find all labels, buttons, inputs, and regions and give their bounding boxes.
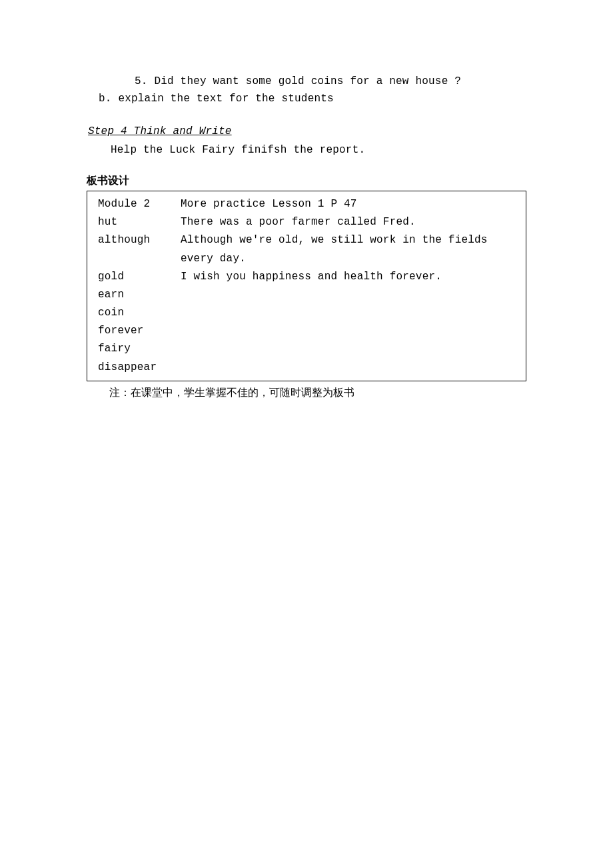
board-word: although <box>94 231 181 267</box>
board-row: although Although we're old, we still wo… <box>94 231 519 267</box>
board-word: earn <box>94 286 181 304</box>
line-b: b. explain the text for the students <box>99 91 526 108</box>
board-row: earn <box>94 286 519 304</box>
board-sentence <box>181 322 519 340</box>
board-sentence <box>181 340 519 358</box>
board-sentence: I wish you happiness and health forever. <box>181 268 519 286</box>
board-design-box: Module 2 More practice Lesson 1 P 47 hut… <box>87 191 526 381</box>
board-row: disappear <box>94 359 519 377</box>
board-word: fairy <box>94 340 181 358</box>
board-header-module: Module 2 <box>94 195 181 213</box>
board-row: hut There was a poor farmer called Fred. <box>94 213 519 231</box>
board-row: gold I wish you happiness and health for… <box>94 268 519 286</box>
board-note: 注：在课堂中，学生掌握不佳的，可随时调整为板书 <box>109 384 526 401</box>
board-row: forever <box>94 322 519 340</box>
board-sentence <box>181 286 519 304</box>
step-4-heading: Step 4 Think and Write <box>88 123 526 141</box>
board-word: hut <box>94 213 181 231</box>
board-word: gold <box>94 268 181 286</box>
board-design-title: 板书设计 <box>87 172 526 189</box>
board-sentence <box>181 359 519 377</box>
board-sentence: Although we're old, we still work in the… <box>181 231 519 267</box>
board-word: coin <box>94 304 181 322</box>
board-word: disappear <box>94 359 181 377</box>
board-header-row: Module 2 More practice Lesson 1 P 47 <box>94 195 519 213</box>
board-sentence <box>181 304 519 322</box>
board-row: fairy <box>94 340 519 358</box>
board-sentence: There was a poor farmer called Fred. <box>181 213 519 231</box>
question-5: 5. Did they want some gold coins for a n… <box>135 73 526 91</box>
board-row: coin <box>94 304 519 322</box>
board-word: forever <box>94 322 181 340</box>
step-4-instruction: Help the Luck Fairy finifsh the report. <box>111 142 526 159</box>
board-header-right: More practice Lesson 1 P 47 <box>181 195 519 213</box>
